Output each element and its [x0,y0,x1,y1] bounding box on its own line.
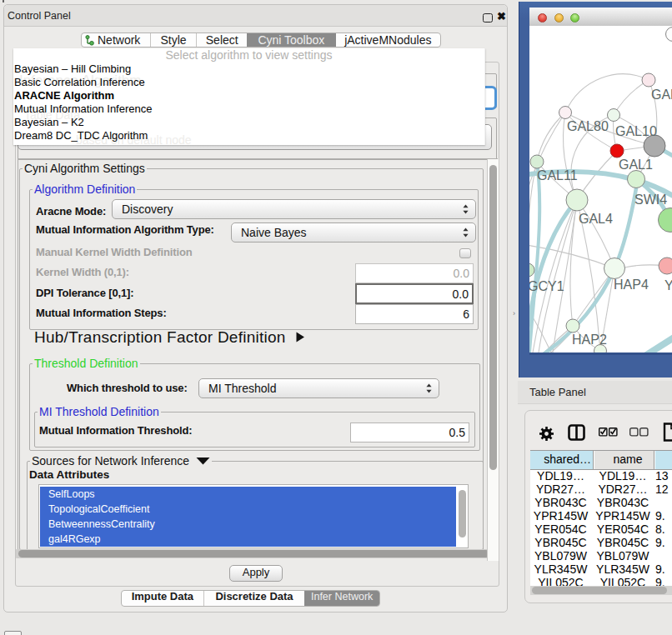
svg-text:HAP4: HAP4 [614,278,649,292]
svg-text:GCY1: GCY1 [529,279,564,293]
svg-text:GAL: GAL [651,88,672,102]
svg-text:Y: Y [664,278,672,292]
svg-text:GAL4: GAL4 [579,212,613,226]
svg-text:SWI4: SWI4 [634,192,667,207]
svg-text:GAL1: GAL1 [619,158,653,172]
svg-text:GAL11: GAL11 [537,168,578,182]
svg-text:GAL80: GAL80 [567,119,609,133]
svg-text:HAP2: HAP2 [572,332,607,347]
svg-text:GAL10: GAL10 [615,124,657,138]
